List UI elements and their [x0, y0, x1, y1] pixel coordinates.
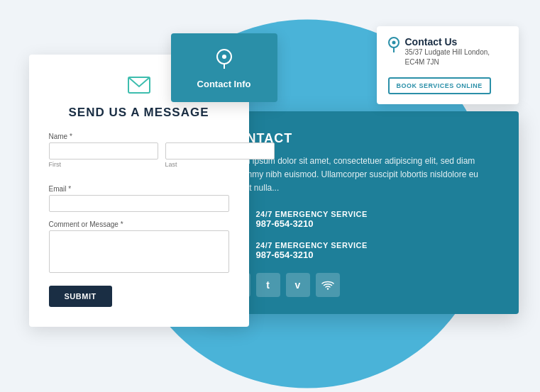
svg-point-2 — [222, 55, 226, 59]
comment-input[interactable] — [49, 230, 229, 273]
first-name-group: Name * First — [49, 133, 158, 168]
comment-group: Comment or Message * — [49, 220, 229, 273]
service2-title: 24/7 EMERGENCY SERVICE — [256, 241, 368, 250]
last-sublabel: Last — [165, 161, 177, 168]
service1-title: 24/7 EMERGENCY SERVICE — [256, 210, 368, 218]
service1-phone: 987-654-3210 — [256, 218, 368, 229]
vimeo-button[interactable]: v — [286, 273, 310, 297]
contact-info-pin-icon — [182, 49, 266, 73]
social-row: f t v — [226, 273, 499, 297]
svg-point-5 — [392, 40, 395, 44]
last-name-group: Name Last — [165, 133, 275, 168]
form-title: SEND US A MESSAGE — [49, 106, 229, 120]
submit-button[interactable]: SUBMIT — [49, 286, 112, 307]
book-services-button[interactable]: BOOK SERVICES ONLINE — [388, 77, 491, 94]
service2-phone: 987-654-3210 — [256, 250, 368, 260]
contact-info-label: Contact Info — [182, 79, 266, 89]
contact-us-card: Contact Us 35/37 Ludgate Hill London, EC… — [377, 26, 519, 104]
first-name-input[interactable] — [49, 142, 158, 159]
contact-us-pin-icon — [388, 37, 400, 56]
twitter-button[interactable]: t — [256, 273, 280, 297]
service1-info: 24/7 EMERGENCY SERVICE 987-654-3210 — [256, 210, 368, 229]
name-row: Name * First Name Last — [49, 133, 229, 177]
wifi-button[interactable] — [316, 273, 340, 297]
contact-us-address: 35/37 Ludgate Hill London, EC4M 7JN — [405, 47, 490, 67]
service2-row: 24/7 EMERGENCY SERVICE 987-654-3210 — [226, 240, 499, 260]
service1-row: 24/7 EMERGENCY SERVICE 987-654-3210 — [226, 209, 499, 229]
email-group: Email * — [49, 185, 229, 212]
contact-info-card: Contact Info — [171, 33, 277, 102]
last-name-input[interactable] — [165, 142, 275, 159]
email-label: Email * — [49, 185, 229, 193]
email-input[interactable] — [49, 195, 229, 212]
comment-label: Comment or Message * — [49, 220, 229, 228]
svg-point-10 — [326, 288, 328, 289]
scene-container: SEND US A MESSAGE Name * First Name Last… — [15, 12, 526, 381]
contact-us-title: Contact Us — [405, 36, 490, 47]
first-sublabel: First — [49, 161, 62, 168]
name-label: Name * — [49, 133, 158, 140]
service2-info: 24/7 EMERGENCY SERVICE 987-654-3210 — [256, 241, 368, 260]
wifi-icon — [321, 280, 334, 290]
